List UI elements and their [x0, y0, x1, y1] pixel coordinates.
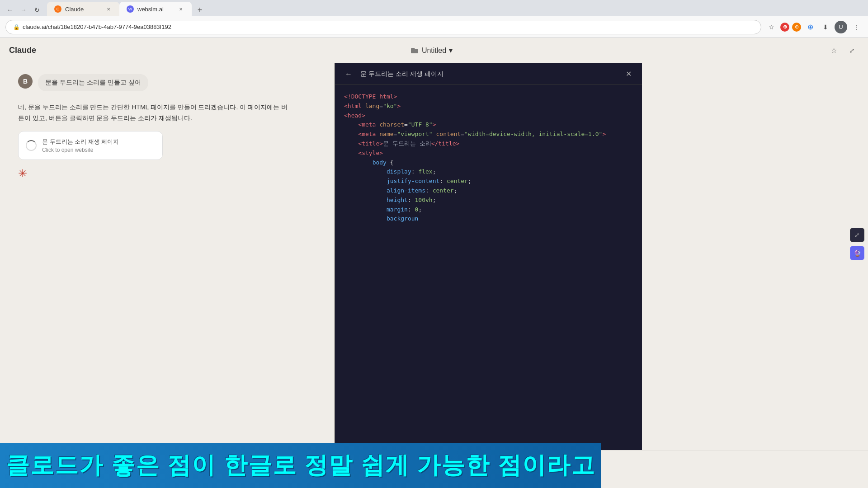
user-bubble: 문을 두드리는 소리를 만들고 싶어 [38, 74, 148, 91]
star-button[interactable]: ☆ [826, 43, 841, 58]
chat-panel: B 문을 두드리는 소리를 만들고 싶어 네, 문을 두드리는 소리를 만드는 … [0, 63, 335, 450]
project-icon [410, 46, 419, 55]
loading-indicator: ✳ [18, 167, 316, 180]
user-message: B 문을 두드리는 소리를 만들고 싶어 [18, 74, 316, 91]
browser-toolbar: 🔒 claude.ai/chat/18e18207-b47b-4ab7-9774… [0, 16, 868, 38]
user-initial: B [23, 78, 28, 85]
code-content: <!DOCTYPE html> <html lang="ko"> <head> … [335, 85, 642, 450]
loading-asterisk-icon: ✳ [18, 167, 27, 180]
menu-icon[interactable]: ⋮ [850, 21, 863, 33]
tab-websim-label: websim.ai [137, 6, 164, 13]
tab-claude[interactable]: C Claude ✕ [47, 2, 119, 16]
user-message-text: 문을 두드리는 소리를 만들고 싶어 [45, 79, 141, 86]
claude-favicon: C [54, 5, 61, 13]
code-line-4: <meta charset="UTF-8"> [344, 120, 633, 130]
code-panel-close-button[interactable]: ✕ [622, 68, 635, 80]
preview-title: 문 두드리는 소리 재생 페이지 [42, 138, 119, 146]
project-title-text: Untitled [422, 47, 446, 55]
chevron-down-icon: ▾ [449, 46, 453, 55]
code-line-7: <style> [344, 149, 633, 158]
reload-button[interactable]: ↻ [31, 4, 43, 16]
code-panel: ← 문 두드리는 소리 재생 페이지 ✕ <!DOCTYPE html> <ht… [335, 63, 642, 450]
user-profile-icon[interactable]: U [835, 21, 847, 33]
header-center: Untitled ▾ [36, 43, 826, 58]
extension-icon-blue[interactable]: ⊕ [804, 21, 816, 33]
code-line-13: margin: 0; [344, 205, 633, 215]
loading-spinner [26, 140, 37, 151]
tab-claude-label: Claude [65, 6, 84, 13]
code-line-6: <title>문 두드리는 소리</title> [344, 139, 633, 149]
forward-button[interactable]: → [17, 4, 30, 16]
side-expand-btn-1[interactable]: ⤢ [850, 228, 864, 242]
bottom-overlay: 클로드가 좋은 점이 한글로 정말 쉽게 가능한 점이라고 [0, 443, 601, 488]
expand-button[interactable]: ⤢ [844, 43, 859, 58]
websim-favicon: W [127, 5, 134, 13]
preview-subtitle: Click to open website [42, 147, 119, 153]
tab-claude-close[interactable]: ✕ [105, 5, 112, 13]
code-panel-back-button[interactable]: ← [342, 68, 355, 80]
code-line-11: align-items: center; [344, 186, 633, 196]
back-button[interactable]: ← [4, 4, 16, 16]
tab-websim-close[interactable]: ✕ [177, 5, 184, 13]
assistant-text: 네, 문을 두드리는 소리를 만드는 간단한 HTML 페이지를 만들어 드리겠… [18, 102, 289, 124]
app-layout: Claude Untitled ▾ ☆ ⤢ B 문을 두드리는 소리를 만들고 … [0, 38, 868, 486]
code-line-12: height: 100vh; [344, 196, 633, 205]
lock-icon: 🔒 [13, 24, 20, 30]
downloads-icon[interactable]: ⬇ [819, 21, 832, 33]
address-bar[interactable]: 🔒 claude.ai/chat/18e18207-b47b-4ab7-9774… [5, 20, 761, 34]
header-right: ☆ ⤢ [826, 43, 859, 58]
code-line-9: display: flex; [344, 167, 633, 177]
preview-info: 문 두드리는 소리 재생 페이지 Click to open website [42, 138, 119, 153]
tab-bar: ← → ↻ C Claude ✕ W websim.ai ✕ + [0, 0, 868, 16]
extension-icon-red[interactable]: ⊕ [780, 23, 789, 32]
app-header: Claude Untitled ▾ ☆ ⤢ [0, 38, 868, 63]
code-line-8: body { [344, 158, 633, 168]
bookmark-icon[interactable]: ☆ [765, 21, 778, 33]
assistant-message: 네, 문을 두드리는 소리를 만드는 간단한 HTML 페이지를 만들어 드리겠… [18, 102, 316, 180]
content-area: B 문을 두드리는 소리를 만들고 싶어 네, 문을 두드리는 소리를 만드는 … [0, 63, 868, 450]
code-line-1: <!DOCTYPE html> [344, 92, 633, 102]
project-title-button[interactable]: Untitled ▾ [405, 43, 458, 58]
code-line-10: justify-content: center; [344, 177, 633, 186]
toolbar-icons: ☆ ⊕ ⊕ ⊕ ⬇ U ⋮ [765, 21, 863, 33]
new-tab-button[interactable]: + [193, 4, 206, 16]
tab-websim[interactable]: W websim.ai ✕ [119, 2, 192, 16]
user-avatar: B [18, 74, 33, 89]
header-left: Claude [9, 46, 36, 55]
extension-icon-orange[interactable]: ⊕ [792, 23, 801, 32]
code-line-2: <html lang="ko"> [344, 102, 633, 111]
side-expand-btn-2[interactable]: 🔮 [850, 246, 864, 260]
code-line-3: <head> [344, 111, 633, 121]
code-line-5: <meta name="viewport" content="width=dev… [344, 130, 633, 139]
browser-chrome: ← → ↻ C Claude ✕ W websim.ai ✕ + 🔒 claud… [0, 0, 868, 38]
website-preview-card[interactable]: 문 두드리는 소리 재생 페이지 Click to open website [18, 131, 163, 160]
code-line-14: backgroun [344, 214, 633, 224]
app-logo: Claude [9, 46, 36, 55]
address-text: claude.ai/chat/18e18207-b47b-4ab7-9774-9… [23, 23, 171, 30]
code-panel-title: 문 두드리는 소리 재생 페이지 [360, 70, 617, 78]
side-expand-buttons: ⤢ 🔮 [846, 224, 868, 264]
code-panel-header: ← 문 두드리는 소리 재생 페이지 ✕ [335, 63, 642, 85]
overlay-text: 클로드가 좋은 점이 한글로 정말 쉽게 가능한 점이라고 [6, 450, 595, 481]
